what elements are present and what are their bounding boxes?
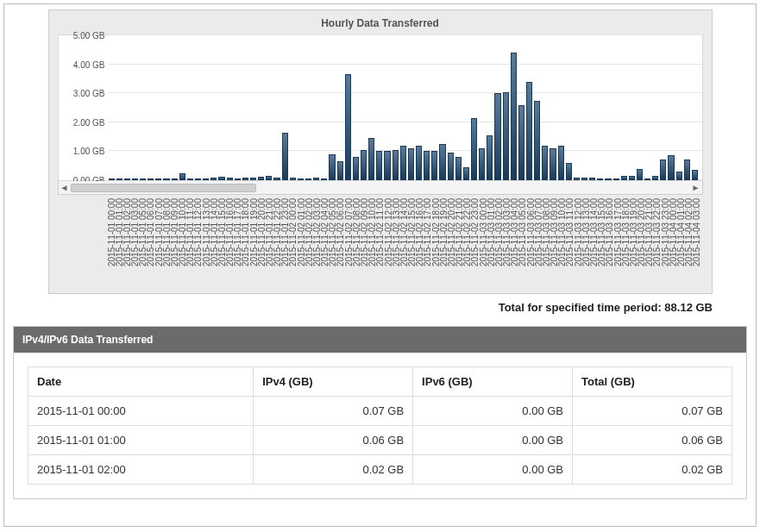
chart-bar[interactable] — [471, 118, 477, 180]
table-header-bar: IPv4/IPv6 Data Transferred — [14, 327, 746, 353]
chart-bar[interactable] — [463, 167, 469, 180]
scroll-thumb[interactable] — [71, 184, 256, 192]
chart-bar[interactable] — [321, 178, 327, 180]
chart-bar[interactable] — [566, 163, 572, 180]
chart-bar[interactable] — [542, 146, 548, 180]
scroll-left-arrow-icon[interactable]: ◄ — [59, 183, 71, 192]
chart-bar[interactable] — [218, 177, 224, 180]
chart-bar[interactable] — [242, 178, 248, 180]
x-tick-label: 2015-11-01 09:00 — [171, 198, 177, 285]
chart-bar[interactable] — [384, 151, 390, 180]
chart-bar[interactable] — [187, 178, 193, 180]
chart-bar[interactable] — [431, 151, 437, 180]
chart-bar[interactable] — [273, 178, 280, 180]
chart-bar[interactable] — [455, 157, 462, 180]
chart-bar[interactable] — [621, 176, 627, 180]
chart-bar[interactable] — [668, 155, 674, 180]
chart-bar[interactable] — [172, 178, 178, 180]
chart-bar[interactable] — [179, 173, 185, 180]
chart-bar[interactable] — [148, 178, 154, 180]
chart-bar[interactable] — [408, 148, 414, 180]
x-tick-label: 2015-11-03 05:00 — [518, 198, 524, 285]
chart-bar[interactable] — [503, 92, 509, 180]
chart-bar[interactable] — [652, 176, 658, 180]
chart-bar[interactable] — [550, 148, 556, 180]
chart-bar[interactable] — [305, 178, 311, 180]
chart-bar[interactable] — [250, 178, 256, 180]
chart-bar[interactable] — [644, 178, 650, 180]
chart-bar[interactable] — [684, 160, 690, 180]
chart-bar[interactable] — [692, 170, 698, 180]
scroll-track[interactable] — [71, 184, 690, 192]
chart-bar[interactable] — [605, 178, 611, 180]
x-tick-label: 2015-11-01 19:00 — [250, 198, 256, 285]
chart-bar[interactable] — [487, 135, 493, 180]
chart-bar[interactable] — [479, 148, 485, 180]
chart-bar[interactable] — [345, 74, 351, 180]
chart-bar[interactable] — [660, 160, 666, 180]
chart-bar[interactable] — [290, 178, 296, 180]
chart-bar[interactable] — [155, 178, 161, 180]
chart-bar[interactable] — [109, 178, 115, 180]
chart-bar[interactable] — [393, 150, 399, 180]
chart-bar[interactable] — [581, 178, 587, 180]
chart-bar[interactable] — [511, 53, 517, 180]
chart-bar[interactable] — [124, 178, 130, 180]
chart-bar[interactable] — [416, 146, 422, 180]
chart-bar[interactable] — [400, 146, 406, 180]
table-header-row: Date IPv4 (GB) IPv6 (GB) Total (GB) — [28, 367, 732, 397]
chart-bar[interactable] — [613, 178, 619, 180]
x-tick-label: 2015-11-02 02:00 — [305, 198, 311, 285]
chart-bar[interactable] — [313, 178, 319, 180]
x-tick-label: 2015-11-04 03:00 — [693, 198, 699, 285]
chart-bar[interactable] — [526, 82, 532, 180]
cell-ipv6: 0.00 GB — [413, 426, 573, 455]
chart-bar[interactable] — [589, 178, 595, 180]
chart-bar[interactable] — [266, 176, 272, 180]
chart-bar[interactable] — [353, 157, 359, 180]
x-tick-label: 2015-11-02 04:00 — [321, 198, 327, 285]
chart-bar[interactable] — [140, 178, 146, 180]
chart-bar[interactable] — [494, 93, 500, 180]
chart-bar[interactable] — [195, 178, 201, 180]
chart-bar[interactable] — [424, 151, 430, 180]
chart-bar[interactable] — [676, 172, 682, 180]
x-tick-label: 2015-11-01 05:00 — [139, 198, 145, 285]
x-tick-label: 2015-11-03 13:00 — [582, 198, 588, 285]
x-tick-label: 2015-11-04 00:00 — [669, 198, 675, 285]
chart-bar[interactable] — [518, 105, 524, 180]
chart-bar[interactable] — [163, 178, 169, 180]
x-tick-label: 2015-11-02 18:00 — [432, 198, 438, 285]
chart-bar[interactable] — [376, 151, 382, 180]
chart-bar[interactable] — [368, 138, 374, 180]
chart-bar[interactable] — [574, 178, 580, 180]
chart-bar[interactable] — [235, 178, 241, 180]
chart-bar[interactable] — [282, 133, 288, 180]
chart-bar[interactable] — [361, 150, 367, 180]
chart-bar[interactable] — [629, 176, 635, 180]
chart-bar[interactable] — [116, 178, 122, 180]
chart-bar[interactable] — [637, 169, 643, 180]
chart-bar[interactable] — [439, 144, 445, 180]
x-tick-label: 2015-11-03 06:00 — [527, 198, 533, 285]
table-row: 2015-11-01 00:000.07 GB0.00 GB0.07 GB — [28, 397, 732, 426]
chart-bar[interactable] — [558, 146, 564, 180]
chart-bar[interactable] — [534, 101, 540, 180]
x-tick-label: 2015-11-01 14:00 — [210, 198, 217, 285]
chart-bar[interactable] — [203, 178, 209, 180]
chart-bar[interactable] — [132, 178, 138, 180]
cell-total: 0.02 GB — [573, 455, 732, 485]
chart-bar[interactable] — [448, 153, 454, 180]
x-tick-label: 2015-11-03 11:00 — [566, 198, 572, 285]
chart-bar[interactable] — [210, 178, 217, 180]
chart-bar[interactable] — [597, 178, 603, 180]
chart-bar[interactable] — [298, 178, 304, 180]
chart-bar[interactable] — [258, 177, 264, 180]
x-tick-label: 2015-11-01 15:00 — [218, 198, 224, 285]
chart-bar[interactable] — [337, 161, 343, 180]
scroll-right-arrow-icon[interactable]: ► — [690, 183, 702, 192]
x-tick-label: 2015-11-02 15:00 — [408, 198, 414, 285]
x-tick-label: 2015-11-03 20:00 — [638, 198, 644, 285]
chart-bar[interactable] — [227, 178, 233, 180]
chart-bar[interactable] — [329, 154, 335, 180]
